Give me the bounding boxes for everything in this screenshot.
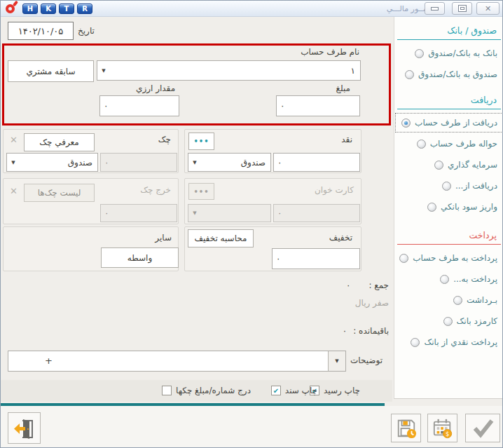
item-label: دریافت از طرف حساب: [415, 118, 497, 128]
party-name-label: نام طرف حساب: [301, 47, 359, 57]
cash-more-button[interactable]: •••: [188, 133, 214, 150]
divider: [397, 109, 501, 109]
save-later-button[interactable]: [391, 414, 421, 442]
party-name-combo[interactable]: ▼ ۱: [97, 60, 361, 81]
date-input[interactable]: ۱۴۰۲/۱۰/۰۵: [8, 22, 74, 40]
sidebar-item-receive-from[interactable]: دریافت از...: [394, 175, 503, 196]
cash-amount-input[interactable]: ۰: [273, 153, 360, 172]
sidebar-item-pay-to[interactable]: پرداخت به...: [394, 269, 503, 290]
date-label: تاریخ: [78, 26, 95, 36]
amount-label: مبلغ: [336, 83, 350, 93]
minimize-button[interactable]: [425, 2, 445, 15]
cheque-account-combo[interactable]: ▼ صندوق: [6, 153, 98, 172]
radio-icon: [443, 317, 453, 326]
cheque-title: چک: [158, 135, 171, 144]
sidebar-item-pay-to-party[interactable]: پرداخت به طرف حساب: [394, 247, 503, 269]
card-reader-more-button: •••: [188, 183, 214, 200]
radio-icon: [442, 182, 451, 191]
quick-button-t[interactable]: T: [59, 4, 74, 14]
chevron-down-icon: ▼: [97, 68, 110, 74]
operation-sidebar: صندوق / بانک بانک به بانک/صندوق صندوق به…: [394, 17, 503, 399]
sidebar-item-receive-from-party[interactable]: دریافت از طرف حساب: [394, 112, 503, 133]
amount-input[interactable]: ۰: [276, 95, 360, 116]
item-label: سرمایه گذاري: [448, 160, 497, 170]
sidebar-item-bank-fee[interactable]: کارمزد بانک: [394, 311, 503, 332]
schedule-payment-button[interactable]: $: [427, 414, 457, 442]
maximize-button[interactable]: [452, 2, 472, 15]
app-logo-icon: [6, 4, 15, 13]
close-button[interactable]: ✕: [476, 2, 499, 15]
cheque-intro-button[interactable]: معرفي چک: [24, 133, 95, 151]
cash-account-value: صندوق: [201, 158, 270, 168]
print-document-option[interactable]: چاپ سند ✔: [271, 386, 317, 395]
discount-title: تخفیف: [329, 233, 352, 243]
remaining-label: باقیمانده :: [353, 326, 389, 336]
currency-amount-input[interactable]: ۰: [99, 95, 179, 116]
checkmark-icon: [471, 419, 495, 438]
total-value: ۰: [346, 280, 350, 290]
svg-text:$: $: [445, 430, 448, 437]
party-name-value: ۱: [110, 66, 360, 76]
cheque-amount-input: ۰: [100, 153, 177, 172]
ellipsis-icon: •••: [193, 188, 209, 196]
section-fund-bank-title: صندوق / بانک: [394, 24, 503, 39]
discount-calc-button[interactable]: محاسبه تخفیف: [188, 229, 254, 247]
sidebar-item-bank-to-bank[interactable]: بانک به بانک/صندوق: [394, 43, 503, 64]
cash-account-combo[interactable]: ▼ صندوق: [188, 153, 271, 172]
divider: [397, 39, 501, 40]
radio-icon: [415, 49, 424, 58]
cheque-numbers-option[interactable]: درج شماره/مبلغ چکها ✔: [162, 386, 251, 395]
checkbox-icon[interactable]: ✔: [271, 386, 281, 395]
sidebar-item-investment[interactable]: سرمایه گذاري: [394, 154, 503, 175]
radio-icon: [405, 70, 414, 79]
clear-cheque-icon[interactable]: ✕: [10, 135, 18, 144]
sidebar-item-cash-pay-from-bank[interactable]: پرداخت نقدي از بانک: [394, 332, 503, 353]
cash-groupbox: نقد ••• ▼ صندوق ۰: [184, 129, 361, 173]
checkbox-icon[interactable]: ✔: [162, 386, 172, 395]
remaining-value: ۰: [343, 326, 347, 336]
card-reader-combo: ▼: [188, 204, 271, 222]
customer-history-button[interactable]: سابقه مشتري: [8, 60, 94, 82]
quick-button-r[interactable]: R: [77, 4, 92, 14]
radio-icon: [427, 203, 436, 212]
section-pay-title: پرداخت: [394, 229, 503, 244]
chevron-down-icon[interactable]: ▼: [328, 351, 345, 371]
cheque-groupbox: ✕ معرفي چک چک ▼ صندوق ۰: [3, 129, 179, 173]
radio-icon: [434, 161, 443, 170]
item-label: دریافت از...: [455, 181, 497, 191]
radio-icon: [411, 338, 420, 347]
section-receive-title: دریافت: [394, 93, 503, 109]
notes-combo[interactable]: + ▼: [8, 351, 346, 372]
confirm-button[interactable]: [465, 414, 500, 442]
cash-title: نقد: [341, 135, 352, 144]
item-label: کارمزد بانک: [457, 316, 497, 326]
middleman-button[interactable]: واسطه: [101, 247, 179, 268]
discount-groupbox: تخفیف محاسبه تخفیف ۰: [184, 226, 361, 271]
discount-amount-input[interactable]: ۰: [272, 248, 360, 269]
window-title: امــور مالـــي: [379, 4, 429, 13]
notes-value: +: [45, 355, 53, 366]
quick-button-k[interactable]: K: [41, 4, 56, 14]
item-label: پرداخت به طرف حساب: [413, 253, 497, 263]
quick-button-h[interactable]: H: [22, 4, 38, 14]
other-title: سایر: [155, 233, 172, 243]
cheque-numbers-label: درج شماره/مبلغ چکها: [176, 386, 251, 395]
divider: [397, 244, 501, 245]
radio-icon: [417, 140, 426, 149]
ellipsis-icon: •••: [193, 137, 209, 145]
item-label: بـرداشت: [467, 295, 497, 305]
item-label: پرداخت نقدي از بانک: [424, 337, 497, 347]
total-label: جمع :: [368, 280, 389, 290]
sidebar-item-withdrawal[interactable]: بـرداشت: [394, 290, 503, 311]
sidebar-item-bank-interest[interactable]: واریز سود بانکي: [394, 196, 503, 217]
titlebar: H K T R امــور مالـــي ✕: [1, 1, 502, 17]
exit-button[interactable]: [8, 412, 41, 444]
clear-cheque-spend-icon[interactable]: ✕: [10, 186, 18, 196]
remaining-row: باقیمانده : ۰: [343, 326, 389, 336]
item-label: واریز سود بانکي: [441, 202, 497, 212]
bottom-bar: $: [1, 406, 502, 447]
radio-icon: [440, 275, 449, 284]
sidebar-item-fund-to-bank[interactable]: صندوق به بانک/صندوق: [394, 64, 503, 85]
sidebar-item-party-transfer[interactable]: حواله طرف حساب: [394, 133, 503, 154]
minimize-icon: [431, 7, 439, 11]
